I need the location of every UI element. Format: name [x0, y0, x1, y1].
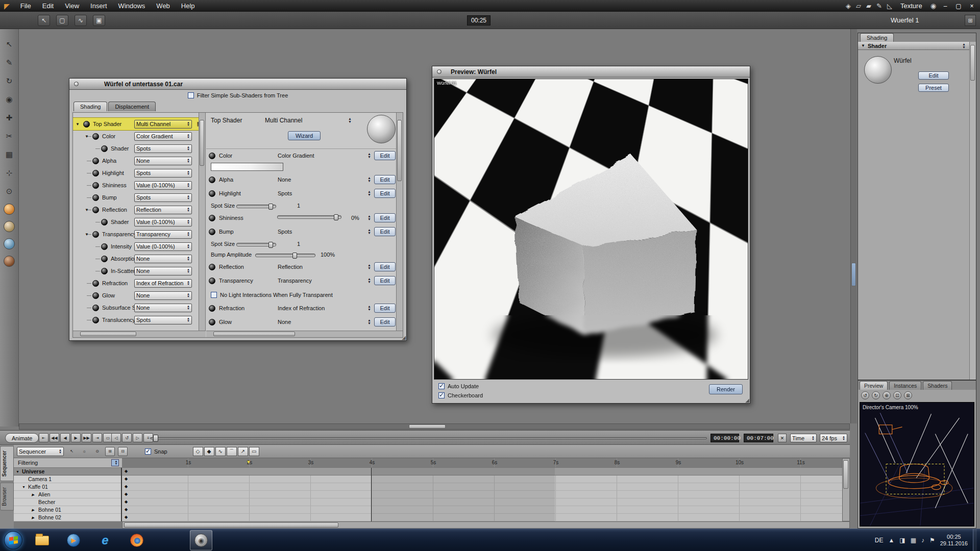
expander-icon[interactable]	[22, 485, 26, 489]
timeline-horizontal-scrollbar[interactable]	[122, 521, 850, 529]
expander-icon[interactable]	[32, 508, 34, 512]
edit-button[interactable]: Edit	[374, 304, 396, 313]
channel-arrows-icon[interactable]: ▲▼	[368, 264, 371, 270]
track-row[interactable]: Bohne 02	[14, 514, 121, 521]
no-light-interactions-checkbox[interactable]	[211, 292, 217, 298]
tray-volume-icon[interactable]: ♪	[921, 537, 924, 544]
tab-preview[interactable]: Preview	[860, 381, 888, 390]
expander-icon[interactable]	[32, 516, 34, 520]
shader-type-dropdown[interactable]: None ▲▼	[134, 304, 192, 312]
shader-type-dropdown[interactable]: Value (0-100%) ▲▼	[134, 218, 192, 227]
channel-arrows-icon[interactable]: ▲▼	[348, 117, 352, 123]
tween-icon[interactable]: ∿	[215, 447, 226, 456]
model-room-icon[interactable]	[4, 221, 15, 232]
select-tool-icon[interactable]: ↖	[3, 38, 15, 51]
keyframe-marker-icon[interactable]: ◆	[125, 515, 128, 519]
eye-icon[interactable]: ◉	[930, 2, 936, 10]
keyframe-marker-icon[interactable]: ◆	[125, 469, 128, 473]
shader-type-dropdown[interactable]: Spots ▲▼	[134, 144, 192, 153]
delete-keyframe-icon[interactable]: ◆	[204, 447, 214, 456]
zoom-tool-icon[interactable]: ⊙	[92, 447, 102, 456]
scrollbar-thumb[interactable]	[124, 522, 338, 528]
resize-grip-icon[interactable]: ◢	[745, 397, 749, 403]
cycle-icon[interactable]: ↺	[122, 433, 132, 442]
ruler-icon[interactable]: ◺	[887, 2, 892, 10]
close-button[interactable]: ×	[968, 3, 976, 10]
tree-vertical-scrollbar[interactable]	[199, 113, 205, 331]
scrollbar-thumb[interactable]	[851, 263, 856, 286]
select-arrow-icon[interactable]: ↖	[38, 15, 50, 26]
render-options-icon[interactable]: ☼	[80, 447, 89, 456]
director-camera-viewport[interactable]: Director's Camera 100%	[860, 402, 974, 527]
pen-icon[interactable]: ✎	[876, 2, 882, 10]
linear-icon[interactable]: ↗	[238, 447, 248, 456]
scrollbar-thumb[interactable]	[409, 424, 446, 429]
edit-button[interactable]: Edit	[374, 317, 396, 327]
time-mode-dropdown[interactable]: Time ▲▼	[790, 434, 817, 442]
shader-tree-row[interactable]: Alpha None ▲▼	[73, 155, 205, 167]
shader-tree-row[interactable]: Bump Spots ▲▼	[73, 191, 205, 204]
edit-button[interactable]: Edit	[374, 175, 396, 184]
playhead-line[interactable]	[371, 468, 372, 521]
animate-button[interactable]: Animate	[5, 433, 39, 443]
shader-tree-row[interactable]: Reflection Reflection ▲▼	[73, 204, 205, 216]
spot-size-slider[interactable]	[236, 205, 276, 208]
timeline-ruler[interactable]: 1s2s3s4s5s6s7s8s9s10s11s	[122, 458, 842, 468]
shader-type-dropdown[interactable]: Index of Refraction ▲▼	[134, 279, 192, 288]
shader-type-dropdown[interactable]: Value (0-100%) ▲▼	[134, 181, 192, 190]
channel-arrows-icon[interactable]: ▲▼	[368, 153, 371, 159]
expander-icon[interactable]	[32, 493, 34, 497]
shader-type-dropdown[interactable]: Transparency ▲▼	[134, 230, 192, 239]
orbit-left-icon[interactable]: ↺	[861, 391, 869, 399]
play-icon[interactable]: ▶	[71, 433, 81, 442]
pan-icon[interactable]: ⊕	[883, 391, 891, 399]
channel-arrows-icon[interactable]: ▲▼	[368, 305, 371, 311]
scrollbar-thumb[interactable]	[397, 120, 402, 181]
edit-button[interactable]: Edit	[374, 213, 396, 222]
hold-icon[interactable]: ▭	[249, 447, 259, 456]
menu-view[interactable]: View	[59, 0, 85, 12]
shader-tree-row[interactable]: Transparency Transparency ▲▼	[73, 228, 205, 240]
render-button[interactable]: Render	[709, 384, 743, 394]
shader-tree-row[interactable]: Absorption None ▲▼	[73, 253, 205, 265]
collapse-icon[interactable]: ▼	[861, 43, 865, 48]
timeline-vertical-scrollbar[interactable]	[842, 458, 850, 521]
render-room-icon[interactable]	[4, 256, 15, 267]
taskbar-item-media-player[interactable]: ▶	[62, 530, 85, 550]
playhead-flag-icon[interactable]: ▼	[246, 459, 252, 466]
resize-grip-icon[interactable]: ◢	[402, 335, 406, 340]
scissors-tool-icon[interactable]: ✂	[3, 130, 15, 142]
expander-icon[interactable]	[16, 470, 19, 473]
workspace-vertical-scrollbar[interactable]	[850, 29, 857, 423]
menu-help[interactable]: Help	[176, 0, 201, 12]
shader-ball-thumbnail[interactable]	[864, 56, 892, 84]
shader-tree-row[interactable]: Highlight Spots ▲▼	[73, 167, 205, 179]
expander-icon[interactable]	[85, 208, 90, 212]
dolly-icon[interactable]: ⊡	[893, 391, 901, 399]
shader-tree-row[interactable]: Subsurface Sc None ▲▼	[73, 302, 205, 314]
track-row[interactable]: Universe	[14, 468, 121, 475]
bump-amplitude-slider[interactable]	[255, 254, 315, 257]
snap-checkbox[interactable]	[145, 448, 151, 455]
ease-icon[interactable]: ⌒	[227, 447, 237, 456]
detail-horizontal-scrollbar[interactable]	[206, 331, 403, 337]
shader-tree-row[interactable]: Shader Value (0-100%) ▲▼	[73, 216, 205, 228]
tray-expand-icon[interactable]: ▲	[888, 537, 894, 544]
tab-shaders[interactable]: Shaders	[923, 381, 952, 390]
tray-display-icon[interactable]: ◨	[899, 537, 905, 544]
clear-time-icon[interactable]: ✕	[778, 434, 787, 442]
pen-tool-icon[interactable]: ✎	[3, 57, 15, 69]
shader-type-dropdown[interactable]: None ▲▼	[134, 157, 192, 165]
keyframe-marker-icon[interactable]: ◆	[125, 507, 128, 512]
taskbar-clock[interactable]: 00:25 29.11.2016	[940, 534, 968, 547]
scrollbar-thumb[interactable]	[843, 460, 848, 489]
slider-thumb[interactable]	[292, 253, 297, 259]
timeline-grid[interactable]: ◆ ◆ ◆ ◆ ◆ ◆ ◆	[122, 468, 842, 521]
panel-toggle-icon[interactable]: ⊞	[965, 15, 976, 26]
edit-button[interactable]: Edit	[374, 227, 396, 236]
taskbar-item-firefox[interactable]	[126, 530, 148, 550]
fps-dropdown[interactable]: 24 fps ▲▼	[820, 434, 847, 442]
shader-type-dropdown[interactable]: Reflection ▲▼	[134, 206, 192, 214]
edit-button[interactable]: Edit	[374, 151, 396, 160]
detail-vertical-scrollbar[interactable]	[396, 113, 403, 331]
